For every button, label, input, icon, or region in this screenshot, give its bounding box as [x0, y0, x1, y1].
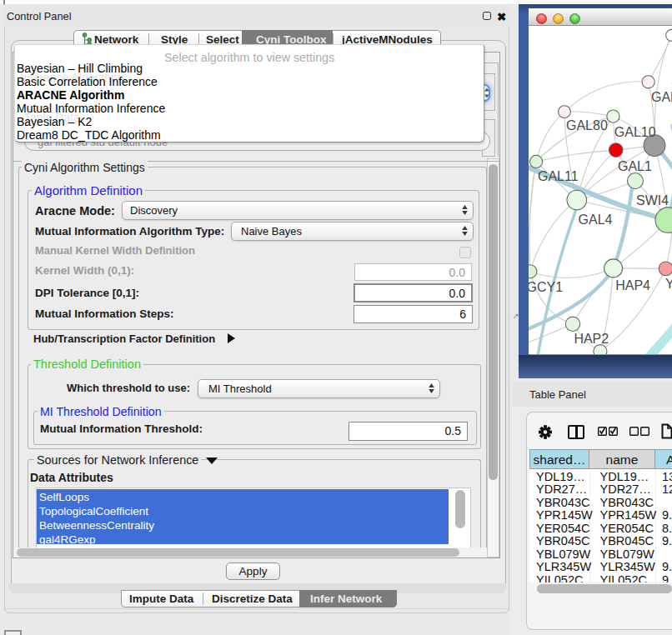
- svg-text:HAP4: HAP4: [615, 278, 650, 292]
- svg-text:GAL4: GAL4: [579, 212, 613, 227]
- svg-text:GAL11: GAL11: [538, 169, 579, 183]
- svg-text:GCY1: GCY1: [529, 280, 563, 294]
- svg-text:SWI4: SWI4: [636, 193, 669, 208]
- svg-text:HAP2: HAP2: [574, 332, 609, 346]
- svg-text:GAL10: GAL10: [614, 125, 656, 139]
- svg-text:GAL1: GAL1: [618, 159, 652, 173]
- svg-text:GAL2: GAL2: [651, 90, 672, 104]
- svg-text:GAL80: GAL80: [566, 118, 608, 132]
- svg-text:YD: YD: [665, 277, 672, 291]
